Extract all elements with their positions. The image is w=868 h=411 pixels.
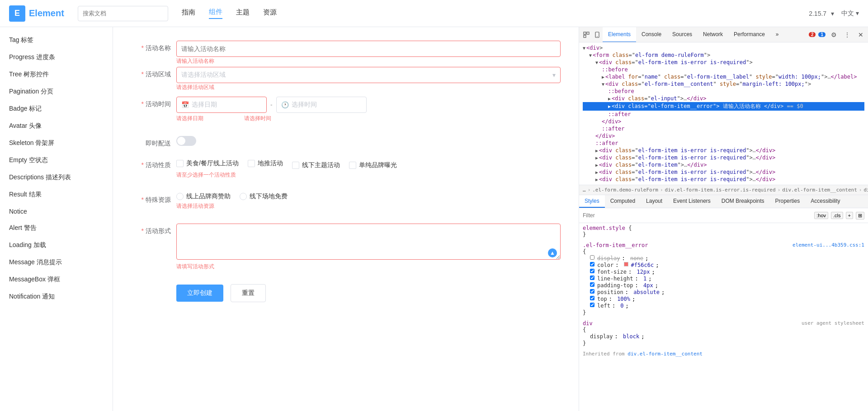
checkbox-nature-2[interactable]: 线下主题活动 bbox=[292, 161, 340, 169]
nav-link-component[interactable]: 组件 bbox=[209, 8, 222, 19]
reset-button[interactable]: 重置 bbox=[231, 284, 266, 302]
settings-icon[interactable]: ⚙ bbox=[828, 29, 839, 40]
dom-line-12[interactable]: </div> bbox=[583, 132, 864, 140]
prop-checkbox-font-size[interactable] bbox=[590, 269, 594, 273]
dom-line-2[interactable]: ▼<div class="el-form-item is-error is-re… bbox=[583, 59, 864, 66]
prop-checkbox-top[interactable] bbox=[590, 296, 594, 300]
styles-tab-accessibility[interactable]: Accessibility bbox=[805, 195, 845, 208]
dom-line-1[interactable]: ▼<form class="el-form demo-ruleForm"> bbox=[583, 51, 864, 59]
sidebar-item-result[interactable]: Result 结果 bbox=[0, 186, 113, 203]
nav-link-guide[interactable]: 指南 bbox=[182, 8, 195, 19]
checkbox-nature-3[interactable]: 单纯品牌曝光 bbox=[349, 161, 397, 169]
sidebar-item-progress[interactable]: Progress 进度条 bbox=[0, 49, 113, 66]
lang-selector[interactable]: 中文 ▾ bbox=[841, 9, 859, 18]
dom-line-4[interactable]: ▶<label for="name" class="el-form-item__… bbox=[583, 73, 864, 80]
filter-plus[interactable]: + bbox=[846, 212, 853, 219]
dom-line-15[interactable]: ▶<div class="el-form-item is-error is-re… bbox=[583, 154, 864, 161]
devtools-inspect-icon[interactable] bbox=[581, 29, 592, 40]
styles-tab-properties[interactable]: Properties bbox=[770, 195, 806, 208]
search-input[interactable] bbox=[78, 6, 168, 21]
sidebar-item-empty[interactable]: Empty 空状态 bbox=[0, 152, 113, 169]
dom-line-13[interactable]: ::after bbox=[583, 140, 864, 147]
dom-line-0[interactable]: ▼<div> bbox=[583, 44, 864, 51]
sidebar-item-skeleton[interactable]: Skeleton 骨架屏 bbox=[0, 135, 113, 152]
sidebar-item-avatar[interactable]: Avatar 头像 bbox=[0, 117, 113, 135]
inherited-link[interactable]: div.el-form-item__content bbox=[627, 351, 703, 357]
prop-checkbox-left[interactable] bbox=[590, 303, 594, 307]
tab-elements[interactable]: Elements bbox=[603, 27, 636, 42]
sidebar-item-alert[interactable]: Alert 警告 bbox=[0, 220, 113, 237]
label-activity-nature: 活动性质 bbox=[131, 158, 176, 169]
tab-more[interactable]: » bbox=[770, 27, 784, 42]
source-error[interactable]: element-ui...4b359.css:1 bbox=[793, 242, 864, 248]
styles-tab-styles[interactable]: Styles bbox=[579, 195, 605, 208]
logo[interactable]: E Element bbox=[9, 5, 64, 22]
sidebar-item-notification[interactable]: Notification 通知 bbox=[0, 288, 113, 305]
sidebar-item-tree[interactable]: Tree 树形控件 bbox=[0, 66, 113, 83]
nav-link-resource[interactable]: 资源 bbox=[263, 8, 277, 19]
style-rule-element: element.style { } bbox=[583, 225, 864, 238]
prop-checkbox-padding-top[interactable] bbox=[590, 282, 594, 287]
dom-line-7[interactable]: ▶<div class="el-input">…</div> bbox=[583, 95, 864, 102]
radio-resource-0[interactable]: 线上品牌商赞助 bbox=[176, 192, 231, 201]
input-activity-name[interactable] bbox=[176, 41, 561, 57]
prop-checkbox-color[interactable] bbox=[590, 262, 594, 266]
nav-link-theme[interactable]: 主题 bbox=[236, 8, 250, 19]
breadcrumb-dots[interactable]: … bbox=[583, 187, 586, 193]
time-picker[interactable]: 🕐 选择时间 bbox=[276, 97, 367, 113]
radio-resource-1[interactable]: 线下场地免费 bbox=[240, 192, 288, 201]
toggle-instant-delivery[interactable] bbox=[176, 136, 196, 146]
sidebar-item-badge[interactable]: Badge 标记 bbox=[0, 100, 113, 117]
tab-sources[interactable]: Sources bbox=[667, 27, 698, 42]
dots-menu-icon[interactable]: ⋮ bbox=[842, 29, 853, 40]
breadcrumb-item-error[interactable]: div.el-form-item__error bbox=[863, 187, 868, 193]
checkbox-nature-0[interactable]: 美食/餐厅线上活动 bbox=[176, 158, 239, 169]
breadcrumb-item-form[interactable]: .el-form.demo-ruleForm bbox=[592, 187, 658, 193]
styles-tab-computed[interactable]: Computed bbox=[605, 195, 641, 208]
color-swatch[interactable] bbox=[624, 262, 628, 266]
style-rule-div: div user agent stylesheet { display: blo… bbox=[583, 320, 864, 346]
dom-line-3[interactable]: ::before bbox=[583, 66, 864, 73]
select-activity-area[interactable]: 请选择活动区域 ▾ bbox=[176, 67, 561, 83]
sidebar-item-messagebox[interactable]: MessageBox 弹框 bbox=[0, 271, 113, 288]
breadcrumb-item-formitem[interactable]: div.el-form-item.is-error.is-required bbox=[665, 187, 776, 193]
styles-tab-layout[interactable]: Layout bbox=[641, 195, 668, 208]
version-selector[interactable]: 2.15.7 ▾ bbox=[809, 10, 834, 17]
filter-input[interactable] bbox=[583, 210, 811, 221]
prop-checkbox-display[interactable] bbox=[590, 255, 594, 260]
create-button[interactable]: 立即创建 bbox=[176, 285, 223, 302]
tab-performance[interactable]: Performance bbox=[728, 27, 770, 42]
dom-line-14[interactable]: ▶<div class="el-form-item is-error is-re… bbox=[583, 147, 864, 154]
dom-line-16[interactable]: ▶<div class="el-form-item">…</div> bbox=[583, 161, 864, 168]
checkbox-box-1 bbox=[248, 160, 255, 167]
sidebar-item-message[interactable]: Message 消息提示 bbox=[0, 254, 113, 271]
sidebar-item-descriptions[interactable]: Descriptions 描述列表 bbox=[0, 169, 113, 186]
tab-network[interactable]: Network bbox=[698, 27, 728, 42]
sidebar-item-loading[interactable]: Loading 加载 bbox=[0, 237, 113, 254]
dom-line-18[interactable]: ▶<div class="el-form-item is-error is-re… bbox=[583, 176, 864, 183]
dom-line-10[interactable]: </div> bbox=[583, 118, 864, 125]
devtools-device-icon[interactable] bbox=[592, 29, 603, 40]
close-devtools-icon[interactable]: ✕ bbox=[855, 29, 866, 40]
sidebar-item-notice[interactable]: Notice bbox=[0, 203, 113, 220]
prop-checkbox-position[interactable] bbox=[590, 289, 594, 294]
dom-line-17[interactable]: ▶<div class="el-form-item is-error is-re… bbox=[583, 168, 864, 176]
prop-checkbox-line-height[interactable] bbox=[590, 276, 594, 280]
dom-line-8[interactable]: ▶<div class="el-form-item__error"> 请输入活动… bbox=[583, 102, 864, 111]
breadcrumb-item-content[interactable]: div.el-form-item__content bbox=[782, 187, 857, 193]
filter-cls[interactable]: .cls bbox=[831, 212, 843, 219]
styles-tab-dom-breakpoints[interactable]: DOM Breakpoints bbox=[716, 195, 770, 208]
textarea-activity-form[interactable] bbox=[176, 224, 561, 260]
sidebar-item-tag[interactable]: Tag 标签 bbox=[0, 32, 113, 49]
dom-line-11[interactable]: ::after bbox=[583, 125, 864, 132]
expand-icon[interactable]: ⊞ bbox=[856, 212, 864, 220]
dom-line-6[interactable]: ::before bbox=[583, 88, 864, 95]
date-picker[interactable]: 📅 选择日期 bbox=[176, 97, 267, 113]
dom-line-5[interactable]: ▼<div class="el-form-item__content" styl… bbox=[583, 80, 864, 88]
tab-console[interactable]: Console bbox=[636, 27, 667, 42]
styles-tab-event-listeners[interactable]: Event Listeners bbox=[668, 195, 716, 208]
dom-line-9[interactable]: ::after bbox=[583, 111, 864, 118]
filter-hov[interactable]: :hov bbox=[814, 212, 828, 219]
sidebar-item-pagination[interactable]: Pagination 分页 bbox=[0, 83, 113, 100]
checkbox-nature-1[interactable]: 地推活动 bbox=[248, 158, 283, 169]
